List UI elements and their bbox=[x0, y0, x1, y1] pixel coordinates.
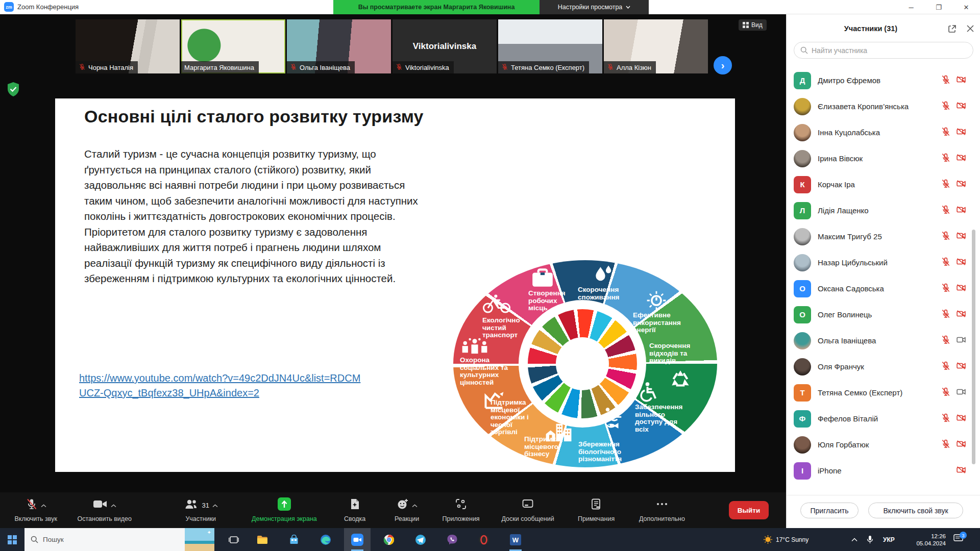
participant-row[interactable]: ООксана Садовська bbox=[787, 276, 973, 302]
participant-name: Корчак Іра bbox=[818, 180, 934, 189]
tray-microphone-icon[interactable] bbox=[867, 528, 873, 551]
language-indicator[interactable]: УКР bbox=[883, 528, 895, 551]
tile-name-label: Алла Кізюн bbox=[604, 61, 656, 73]
wheel-segment-label: Підтримкамісцевоїекономіки ічесноїторгів… bbox=[491, 399, 529, 436]
camera-off-icon bbox=[956, 153, 966, 165]
video-tile[interactable]: Алла Кізюн bbox=[604, 19, 708, 73]
view-layout-button[interactable]: Вид bbox=[739, 19, 767, 31]
tile-name-label: Ольга Іваніщева bbox=[287, 61, 355, 73]
mic-muted-icon bbox=[941, 74, 951, 87]
notification-badge: 3 bbox=[960, 532, 967, 539]
search-participant-input[interactable]: Найти участника bbox=[794, 42, 973, 59]
participant-row[interactable]: ЛЛідія Лащенко bbox=[787, 197, 973, 223]
video-tile[interactable]: Маргарита Яковишина bbox=[181, 19, 285, 73]
zoom-taskbar-icon[interactable] bbox=[344, 528, 371, 551]
next-page-arrow-button[interactable]: › bbox=[714, 56, 732, 74]
close-panel-icon[interactable] bbox=[964, 22, 976, 35]
participant-row[interactable]: Ірина Вівсюк bbox=[787, 145, 973, 171]
camera-off-icon bbox=[956, 127, 966, 139]
close-button[interactable]: ✕ bbox=[954, 0, 978, 14]
viber-taskbar-icon[interactable] bbox=[439, 528, 465, 551]
toolbar-video-button[interactable]: Остановить видео bbox=[78, 496, 132, 522]
participant-row[interactable]: Юля Горбатюк bbox=[787, 432, 973, 458]
participant-row[interactable]: IiPhone bbox=[787, 458, 973, 484]
participant-row[interactable]: Оля Франчук bbox=[787, 354, 973, 380]
participant-row[interactable]: Ольга Іваніщева bbox=[787, 328, 973, 354]
avatar bbox=[794, 124, 811, 141]
mic-muted-icon bbox=[941, 387, 951, 399]
taskbar-search-placeholder: Пошук bbox=[43, 536, 64, 543]
toolbar-more-button[interactable]: Дополнительно bbox=[639, 496, 685, 522]
video-tile[interactable]: Тетяна Семко (Експерт) bbox=[498, 19, 602, 73]
maximize-button[interactable]: ❐ bbox=[927, 0, 950, 14]
recycle-icon bbox=[668, 366, 693, 394]
store-taskbar-icon[interactable] bbox=[281, 528, 307, 551]
video-tile[interactable]: Чорна Наталія bbox=[76, 19, 180, 73]
tray-chevron-up-icon[interactable] bbox=[851, 528, 857, 551]
security-shield-icon[interactable] bbox=[6, 82, 20, 97]
video-tile[interactable]: Ольга Іваніщева bbox=[287, 19, 391, 73]
leave-meeting-button[interactable]: Выйти bbox=[729, 501, 769, 519]
file-explorer-taskbar-icon[interactable] bbox=[249, 528, 276, 551]
telegram-taskbar-icon[interactable] bbox=[407, 528, 434, 551]
opera-gx-taskbar-icon[interactable] bbox=[471, 528, 497, 551]
energy-icon bbox=[646, 290, 667, 313]
clock-widget[interactable]: 12:26 05.04.2024 bbox=[906, 528, 946, 551]
mic-muted-icon bbox=[79, 63, 86, 72]
mic-muted-icon bbox=[941, 257, 951, 269]
youtube-link[interactable]: https://www.youtube.com/watch?v=49c2DdJN… bbox=[79, 371, 365, 400]
edge-taskbar-icon[interactable] bbox=[312, 528, 339, 551]
chrome-taskbar-icon[interactable] bbox=[376, 528, 402, 551]
participant-name: Оксана Садовська bbox=[818, 284, 934, 293]
window-title: Zoom Конференция bbox=[17, 3, 79, 11]
mic-muted-icon bbox=[396, 63, 403, 72]
chevron-up-icon[interactable] bbox=[412, 500, 418, 510]
camera-off-icon bbox=[956, 179, 966, 191]
participant-row[interactable]: ДДмитро Єфремов bbox=[787, 67, 973, 93]
toolbar-reactions-button[interactable]: Реакции bbox=[395, 496, 419, 522]
participant-row[interactable]: Максим Тригуб 25 bbox=[787, 223, 973, 249]
reactions-icon bbox=[397, 498, 409, 512]
word-taskbar-icon[interactable]: W bbox=[502, 528, 529, 551]
participant-row[interactable]: ООлег Волинець bbox=[787, 302, 973, 328]
toolbar-summary-button[interactable]: Сводка bbox=[344, 496, 365, 522]
participant-row[interactable]: ТТетяна Семко (Експерт) bbox=[787, 380, 973, 406]
participant-row[interactable]: ФФефелов Віталій bbox=[787, 406, 973, 432]
participant-name: Інна Куцолабська bbox=[818, 128, 934, 137]
toolbar-share-screen-button[interactable]: Демонстрация экрана bbox=[252, 496, 317, 522]
search-icon bbox=[31, 536, 38, 543]
toolbar-label: Сводка bbox=[344, 515, 365, 522]
toolbar-whiteboard-button[interactable]: Доски сообщений bbox=[502, 496, 554, 522]
participant-row[interactable]: Інна Куцолабська bbox=[787, 119, 973, 145]
task-view-taskbar-icon[interactable] bbox=[220, 528, 247, 551]
mic-muted-icon bbox=[941, 231, 951, 243]
start-button[interactable] bbox=[0, 528, 24, 551]
toolbar-participants-button[interactable]: 31Участники bbox=[184, 496, 218, 522]
toolbar-label: Остановить видео bbox=[78, 515, 132, 522]
toolbar-label: Доски сообщений bbox=[502, 515, 554, 522]
unmute-self-button[interactable]: Включить свой звук bbox=[868, 503, 963, 518]
invite-button[interactable]: Пригласить bbox=[800, 503, 859, 518]
notification-center-button[interactable]: 3 bbox=[953, 528, 963, 551]
camera-off-icon bbox=[956, 101, 966, 113]
toolbar-apps-button[interactable]: Приложения bbox=[443, 496, 480, 522]
video-tile[interactable]: ViktorialivinskaViktorialivinska bbox=[393, 19, 497, 73]
taskbar-search-input[interactable]: Пошук bbox=[24, 528, 214, 551]
video-icon bbox=[92, 498, 108, 512]
toolbar-mic-off-button[interactable]: Включить звук bbox=[15, 496, 57, 522]
participant-row[interactable]: ККорчак Іра bbox=[787, 171, 973, 197]
minimize-button[interactable]: ─ bbox=[899, 0, 923, 14]
window-titlebar: zm Zoom Конференция Вы просматриваете эк… bbox=[0, 0, 980, 14]
chevron-up-icon[interactable] bbox=[111, 500, 116, 510]
zoom-app-icon: zm bbox=[4, 2, 14, 12]
participant-row[interactable]: Єлизавета Кропив’янська bbox=[787, 93, 973, 119]
participants-scrollbar[interactable] bbox=[972, 230, 975, 464]
view-settings-button[interactable]: Настройки просмотра bbox=[540, 0, 649, 14]
toolbar-notes-button[interactable]: Примечания bbox=[578, 496, 615, 522]
weather-widget[interactable]: 17°C Sunny bbox=[764, 528, 808, 551]
popout-icon[interactable] bbox=[946, 22, 958, 35]
toolbar-label: Дополнительно bbox=[639, 515, 685, 522]
chevron-up-icon[interactable] bbox=[41, 500, 46, 510]
participant-row[interactable]: Назар Цибульський bbox=[787, 249, 973, 276]
chevron-up-icon[interactable] bbox=[212, 500, 218, 510]
